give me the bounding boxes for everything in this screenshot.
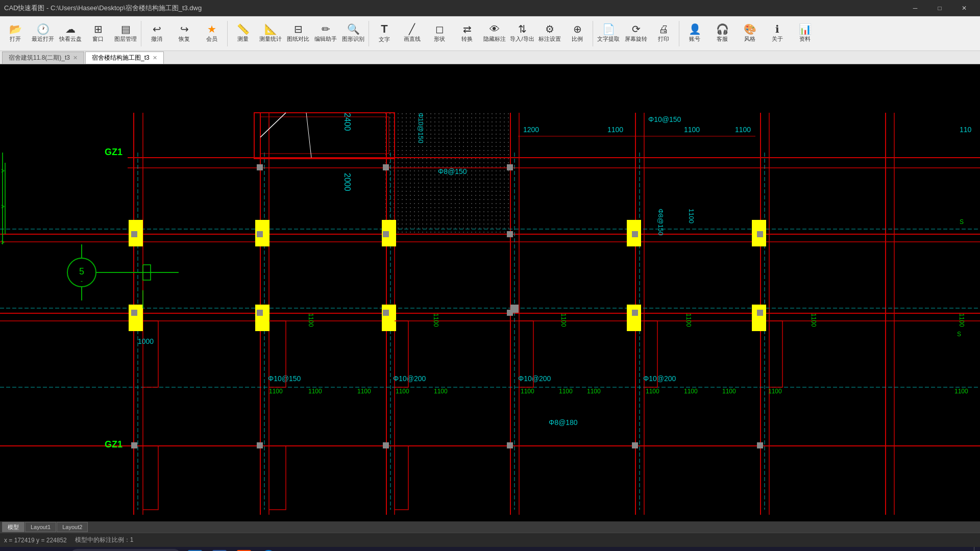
svg-text:Φ10@150: Φ10@150	[268, 374, 301, 383]
title-bar: CAD快速看图 - C:\Users\Hasee\Desktop\宿舍楼结构施工…	[0, 0, 980, 16]
svg-text:>: >	[1, 203, 5, 210]
tool-editor[interactable]: ✏ 编辑助手	[312, 18, 339, 49]
task-view-button[interactable]: ⊞	[47, 547, 67, 551]
toolbar-divider-5	[679, 21, 679, 46]
layers-icon: ▤	[121, 24, 131, 34]
window-title: CAD快速看图 - C:\Users\Hasee\Desktop\宿舍楼结构施工…	[4, 4, 202, 13]
tab-structure[interactable]: 宿舍楼结构施工图_t3 ✕	[85, 52, 164, 64]
tool-measure[interactable]: 📏 测量	[230, 18, 256, 49]
account-icon: 👤	[689, 24, 701, 34]
svg-text:1100: 1100	[521, 388, 534, 395]
search-button[interactable]: 🔍	[24, 547, 45, 551]
tool-recent[interactable]: 🕐 最近打开	[30, 18, 56, 49]
vip-icon: ★	[207, 24, 216, 34]
window-icon: ⊞	[94, 24, 103, 34]
svg-text:Φ8@180: Φ8@180	[549, 418, 578, 427]
svg-text:>: >	[1, 167, 5, 174]
close-button[interactable]: ✕	[952, 0, 976, 16]
svg-rect-64	[632, 442, 638, 448]
cad-canvas-area[interactable]: 5 - GZ1 GZ1 2400 2000 Φ10@1	[0, 64, 980, 521]
tab-architecture[interactable]: 宿舍建筑11.8(二期)_t3 ✕	[2, 52, 84, 64]
tool-screen-rotate[interactable]: ⟳ 屏幕旋转	[623, 18, 649, 49]
taskbar-left: 🔍 ⊞ 🔍 在这里输入你要搜索的内容 CAD T Ai e ⚙	[2, 547, 304, 551]
tool-window[interactable]: ⊞ 窗口	[85, 18, 111, 49]
svg-text:1100: 1100	[559, 388, 573, 395]
svg-text:1000: 1000	[138, 337, 154, 345]
tool-cloud[interactable]: ☁ 快看云盘	[57, 18, 84, 49]
tool-about[interactable]: ℹ 关于	[764, 18, 791, 49]
svg-text:S: S	[957, 331, 961, 338]
tool-scale[interactable]: ⊕ 比例	[564, 18, 591, 49]
tab-structure-close[interactable]: ✕	[153, 55, 157, 61]
taskbar-search-bar[interactable]: 🔍 在这里输入你要搜索的内容	[69, 549, 182, 551]
minimize-button[interactable]: ─	[903, 0, 927, 16]
tool-service[interactable]: 🎧 客服	[709, 18, 736, 49]
tool-account-label: 账号	[689, 35, 700, 43]
svg-rect-59	[757, 310, 763, 316]
tool-scale-label: 比例	[572, 35, 583, 43]
windows-start-button[interactable]	[2, 547, 22, 551]
tool-compare[interactable]: ⊟ 图纸对比	[285, 18, 311, 49]
open-icon: 📂	[9, 24, 22, 34]
svg-text:1100: 1100	[269, 388, 283, 395]
tool-open[interactable]: 📂 打开	[2, 18, 29, 49]
document-tabs: 宿舍建筑11.8(二期)_t3 ✕ 宿舍楼结构施工图_t3 ✕	[0, 51, 980, 64]
tool-mark-settings-label: 标注设置	[538, 35, 561, 43]
tool-measure-calc[interactable]: 📐 测量统计	[257, 18, 284, 49]
tool-undo[interactable]: ↩ 撤消	[143, 18, 170, 49]
tool-mark-settings[interactable]: ⚙ 标注设置	[536, 18, 563, 49]
service-icon: 🎧	[716, 24, 729, 34]
layout-tab-layout1[interactable]: Layout1	[25, 522, 56, 532]
screen-rotate-icon: ⟳	[632, 24, 641, 34]
tool-layers-label: 图层管理	[114, 35, 137, 43]
status-bar: x = 172419 y = 224852 模型中的标注比例：1	[0, 533, 980, 547]
taskbar-app-cad[interactable]: CAD	[184, 547, 206, 551]
layout-tab-model[interactable]: 模型	[2, 522, 24, 532]
tool-text[interactable]: T 文字	[371, 18, 398, 49]
tool-measure-calc-label: 测量统计	[259, 35, 282, 43]
maximize-button[interactable]: □	[928, 0, 951, 16]
layout-tabs: 模型 Layout1 Layout2	[0, 521, 980, 533]
svg-text:1100: 1100	[958, 313, 965, 327]
tool-shape-label: 形状	[434, 35, 445, 43]
svg-text:1100: 1100	[646, 388, 659, 395]
svg-rect-54	[131, 310, 137, 316]
tool-recognize-label: 图形识别	[342, 35, 364, 43]
text-icon: T	[381, 23, 387, 35]
tool-style[interactable]: 🎨 风格	[737, 18, 763, 49]
taskbar-app-ai[interactable]: Ai	[233, 547, 255, 551]
svg-rect-61	[257, 442, 263, 448]
taskbar-app-settings[interactable]: ⚙	[282, 547, 304, 551]
tool-vip[interactable]: ★ 会员	[199, 18, 225, 49]
tool-import-export[interactable]: ⇅ 导入/导出	[509, 18, 535, 49]
tool-print[interactable]: 🖨 打印	[650, 18, 677, 49]
taskbar-app-word[interactable]: T	[208, 547, 231, 551]
svg-rect-41	[382, 305, 396, 331]
svg-text:Φ8@150: Φ8@150	[657, 209, 665, 236]
tab-architecture-close[interactable]: ✕	[73, 55, 78, 61]
tool-transfer[interactable]: ⇄ 转换	[454, 18, 480, 49]
cloud-icon: ☁	[65, 24, 76, 34]
tool-open-label: 打开	[10, 35, 21, 43]
tool-hidden-mark-label: 隐藏标注	[483, 35, 506, 43]
svg-text:Φ10@200: Φ10@200	[643, 374, 676, 383]
measure-calc-icon: 📐	[264, 24, 277, 34]
tool-shape[interactable]: ◻ 形状	[426, 18, 453, 49]
layout-tab-model-label: 模型	[8, 523, 19, 531]
svg-text:Φ10@150: Φ10@150	[417, 113, 425, 143]
svg-text:Φ10@150: Φ10@150	[648, 115, 681, 123]
style-icon: 🎨	[744, 24, 756, 34]
tool-layers[interactable]: ▤ 图层管理	[112, 18, 139, 49]
tool-redo[interactable]: ↪ 恢复	[171, 18, 198, 49]
tool-text-extract[interactable]: 📄 文字提取	[595, 18, 622, 49]
svg-text:1100: 1100	[560, 313, 567, 327]
taskbar-app-edge[interactable]: e	[257, 547, 280, 551]
layout-tab-layout2[interactable]: Layout2	[57, 522, 88, 532]
tool-hidden-mark[interactable]: 👁 隐藏标注	[481, 18, 508, 49]
show-desktop-button[interactable]	[974, 547, 978, 551]
tool-account[interactable]: 👤 账号	[681, 18, 708, 49]
tool-drawline[interactable]: ╱ 画直线	[399, 18, 425, 49]
tool-recognize[interactable]: 🔍 图形识别	[340, 18, 366, 49]
tool-info[interactable]: 📊 资料	[792, 18, 818, 49]
tool-measure-label: 测量	[237, 35, 249, 43]
